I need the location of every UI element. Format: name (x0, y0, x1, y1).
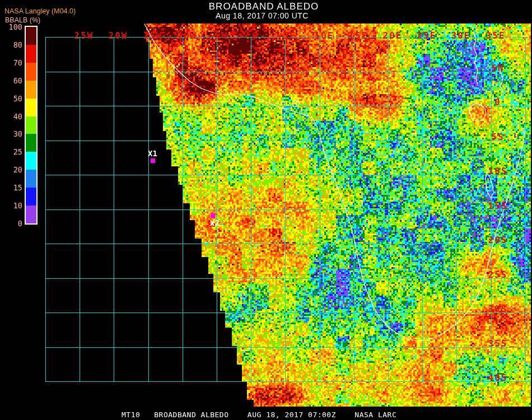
lon-label-10w: 10W (178, 31, 197, 40)
colorbar-tick-50: 50 (1, 95, 22, 102)
lon-label-15e: 15E (349, 31, 368, 40)
lat-label-10s: 10S (488, 167, 508, 175)
lat-label-20s: 20S (488, 236, 508, 244)
colorbar-tick-20: 20 (1, 166, 22, 174)
colorbar-tick-100: 100 (1, 23, 22, 31)
lat-label-5n: 5N (491, 64, 504, 72)
colorbar-segment-0 (26, 27, 36, 45)
page-timestamp: Aug 18, 2017 07:00 UTC (216, 11, 309, 20)
colorbar-tick-30: 30 (1, 130, 22, 138)
colorbar-tick-0: 0 (1, 220, 22, 227)
colorbar-tick-25: 25 (1, 148, 22, 156)
lon-label-20w: 20W (109, 31, 128, 40)
marker-x1-label: X1 (148, 150, 157, 157)
albedo-product-page: BROADBAND ALBEDO Aug 18, 2017 07:00 UTC … (0, 0, 532, 420)
lat-label-40s: 40S (488, 374, 508, 382)
colorbar-segment-9 (26, 188, 36, 206)
colorbar-segment-3 (26, 81, 36, 99)
colorbar-tick-60: 60 (1, 77, 22, 85)
albedo-map-canvas (0, 0, 532, 420)
lat-label-30s: 30S (488, 305, 508, 313)
lat-label-25s: 25S (488, 270, 508, 279)
lat-label-15s: 15S (488, 202, 508, 210)
lon-label-35e: 35E (486, 31, 506, 40)
colorbar-segment-4 (26, 99, 36, 116)
colorbar-tick-40: 40 (1, 113, 22, 120)
lon-label-30e: 30E (451, 31, 471, 40)
footer-caption: MT10 BROADBAND ALBEDO AUG 18, 2017 07:00… (122, 410, 396, 419)
lat-label-35s: 35S (488, 339, 508, 348)
lat-label-0: 0 (494, 98, 501, 106)
marker-x2-label: X2 (210, 219, 220, 227)
marker-x1-dot (151, 158, 155, 163)
colorbar-segment-6 (26, 134, 36, 152)
colorbar-segment-1 (26, 45, 36, 63)
lon-label-0: 0 (252, 31, 259, 40)
lon-label-25e: 25E (417, 31, 437, 40)
marker-x2-dot (211, 213, 215, 218)
lon-label-10e: 10E (315, 31, 334, 40)
colorbar-segment-7 (26, 152, 36, 170)
colorbar (25, 26, 38, 225)
colorbar-segment-10 (26, 206, 36, 223)
org-label: NASA Langley (M04.0) (4, 7, 76, 15)
colorbar-tick-80: 80 (1, 41, 22, 49)
lon-label-5e: 5E (283, 31, 296, 40)
lon-label-5w: 5W (214, 31, 227, 40)
colorbar-segment-5 (26, 116, 36, 134)
colorbar-segment-2 (26, 63, 36, 81)
lat-label-5s: 5S (491, 133, 504, 141)
colorbar-tick-15: 15 (1, 184, 22, 192)
page-title: BROADBAND ALBEDO (209, 1, 319, 12)
colorbar-tick-10: 10 (1, 202, 22, 209)
colorbar-tick-70: 70 (1, 59, 22, 67)
colorbar-segment-8 (26, 170, 36, 188)
lon-label-20e: 20E (383, 31, 403, 40)
lon-label-15w: 15W (143, 31, 163, 40)
lon-label-25w: 25W (74, 31, 94, 40)
